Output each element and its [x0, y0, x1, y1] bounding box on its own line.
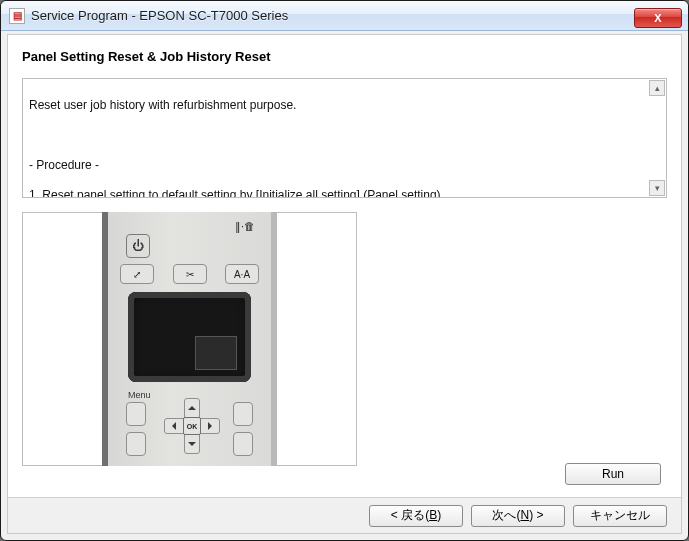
panel-side-btn	[126, 402, 146, 426]
desc-line: 1. Reset panel setting to default settin…	[29, 188, 444, 198]
panel-menu-label: Menu	[128, 390, 151, 400]
titlebar: ▤ Service Program - EPSON SC-T7000 Serie…	[1, 1, 688, 31]
desc-line: Reset user job history with refurbishmen…	[29, 98, 296, 112]
back-button[interactable]: < 戻る(B)	[369, 505, 463, 527]
window: ▤ Service Program - EPSON SC-T7000 Serie…	[0, 0, 689, 541]
desc-line: - Procedure -	[29, 158, 99, 172]
app-icon: ▤	[9, 8, 25, 24]
panel-screen	[128, 292, 251, 382]
content: Reset user job history with refurbishmen…	[8, 70, 681, 474]
client-area: Panel Setting Reset & Job History Reset …	[7, 34, 682, 534]
cancel-button[interactable]: キャンセル	[573, 505, 667, 527]
next-button[interactable]: 次へ(N) >	[471, 505, 565, 527]
power-icon: ⏻	[126, 234, 150, 258]
panel-btn-left: ⤢	[120, 264, 154, 284]
window-title: Service Program - EPSON SC-T7000 Series	[31, 8, 634, 23]
run-button[interactable]: Run	[565, 463, 661, 485]
panel-side-btn	[233, 402, 253, 426]
chevron-right-icon	[208, 422, 216, 430]
panel-side-btn	[126, 432, 146, 456]
pause-trash-icon: ‖·🗑	[235, 220, 255, 233]
page-title: Panel Setting Reset & Job History Reset	[8, 35, 681, 70]
chevron-left-icon	[168, 422, 176, 430]
panel-btn-mid: ✂	[173, 264, 207, 284]
scroll-up-icon[interactable]: ▴	[649, 80, 665, 96]
panel-side-btn	[233, 432, 253, 456]
dpad: OK	[164, 398, 220, 454]
printer-panel-photo: ‖·🗑 ⏻ ⤢ ✂ A·A Menu	[102, 212, 277, 466]
close-button[interactable]: X	[634, 8, 682, 28]
description-box[interactable]: Reset user job history with refurbishmen…	[22, 78, 667, 198]
dpad-ok: OK	[183, 417, 201, 435]
device-image: ‖·🗑 ⏻ ⤢ ✂ A·A Menu	[22, 212, 357, 466]
scroll-down-icon[interactable]: ▾	[649, 180, 665, 196]
footer: < 戻る(B) 次へ(N) > キャンセル	[8, 497, 681, 533]
chevron-down-icon	[188, 442, 196, 450]
panel-btn-right: A·A	[225, 264, 259, 284]
chevron-up-icon	[188, 402, 196, 410]
